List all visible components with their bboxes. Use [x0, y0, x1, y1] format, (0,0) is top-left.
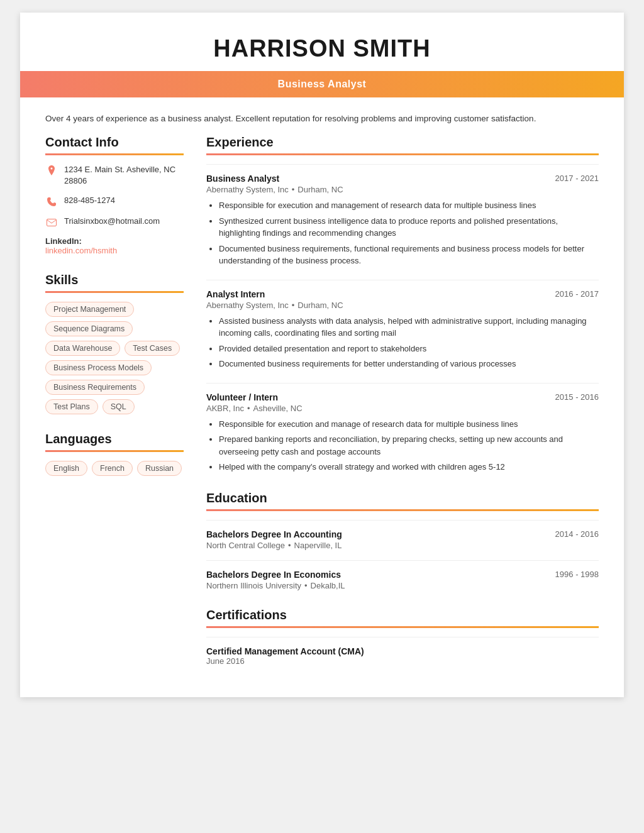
exp-header: Business Analyst 2017 - 2021	[206, 174, 599, 184]
exp-header: Analyst Intern 2016 - 2017	[206, 289, 599, 299]
linkedin-value: linkedin.com/hsmith	[45, 246, 184, 255]
email-icon	[45, 216, 58, 229]
skill-tag: Test Cases	[125, 341, 180, 356]
certifications-section-title: Certifications	[206, 608, 599, 622]
cert-title: Certified Management Account (CMA)	[206, 646, 599, 656]
candidate-name: HARRISON SMITH	[45, 35, 599, 62]
languages-divider	[45, 450, 184, 452]
exp-job-title: Business Analyst	[206, 174, 279, 184]
experience-entry: Business Analyst 2017 - 2021 Abernathy S…	[206, 164, 599, 267]
bullet-item: Helped with the company's overall strate…	[219, 461, 599, 473]
edu-degree: Bachelors Degree In Accounting	[206, 529, 342, 539]
exp-bullets: Responsible for execution and management…	[206, 199, 599, 267]
education-section-title: Education	[206, 491, 599, 505]
location-icon	[45, 165, 58, 177]
education-entry: Bachelors Degree In Economics 1996 - 199…	[206, 560, 599, 590]
experience-section-title: Experience	[206, 135, 599, 150]
contact-linkedin: LinkedIn: linkedin.com/hsmith	[45, 236, 184, 255]
certifications-entries: Certified Management Account (CMA) June …	[206, 637, 599, 666]
exp-company: Abernathy System, Inc•Durham, NC	[206, 301, 599, 310]
contact-email: Trialsinxbox@hotmail.com	[45, 216, 184, 229]
languages-section: Languages EnglishFrenchRussian	[45, 432, 184, 476]
education-entry: Bachelors Degree In Accounting 2014 - 20…	[206, 520, 599, 550]
skill-tag: Test Plans	[45, 399, 98, 414]
edu-entry-divider	[206, 560, 599, 561]
bullet-item: Synthesized current business intelligenc…	[219, 215, 599, 240]
contact-phone: 828-485-1274	[45, 195, 184, 208]
exp-date: 2016 - 2017	[555, 289, 599, 299]
edu-school: North Central College•Naperville, IL	[206, 541, 599, 550]
exp-job-title: Volunteer / Intern	[206, 392, 278, 402]
phone-icon	[45, 196, 58, 208]
contact-section-title: Contact Info	[45, 135, 184, 150]
language-tag: Russian	[137, 461, 182, 476]
skills-section: Skills Project ManagementSequence Diagra…	[45, 273, 184, 414]
contact-section: Contact Info 1234 E. Main St. Asheville,…	[45, 135, 184, 255]
language-tag: French	[92, 461, 133, 476]
skill-tags-container: Project ManagementSequence DiagramsData …	[45, 302, 184, 414]
left-column: Contact Info 1234 E. Main St. Asheville,…	[45, 135, 184, 672]
email-text: Trialsinxbox@hotmail.com	[64, 216, 160, 227]
exp-company: AKBR, Inc•Asheville, NC	[206, 404, 599, 413]
edu-entry-divider	[206, 520, 599, 521]
edu-header: Bachelors Degree In Economics 1996 - 199…	[206, 570, 599, 580]
exp-job-title: Analyst Intern	[206, 289, 265, 299]
languages-section-title: Languages	[45, 432, 184, 446]
skill-tag: Business Requirements	[45, 380, 145, 395]
edu-degree: Bachelors Degree In Economics	[206, 570, 341, 580]
experience-entry: Analyst Intern 2016 - 2017 Abernathy Sys…	[206, 280, 599, 370]
experience-section: Experience Business Analyst 2017 - 2021 …	[206, 135, 599, 473]
exp-entry-divider	[206, 383, 599, 383]
edu-school: Northern Illinois University•Dekalb,IL	[206, 581, 599, 590]
contact-address: 1234 E. Main St. Asheville, NC 28806	[45, 164, 184, 187]
exp-entry-divider	[206, 280, 599, 280]
summary-text: Over 4 years of experience as a business…	[20, 97, 624, 135]
exp-bullets: Assisted business analysts with data ana…	[206, 315, 599, 370]
education-entries: Bachelors Degree In Accounting 2014 - 20…	[206, 520, 599, 590]
exp-company: Abernathy System, Inc•Durham, NC	[206, 185, 599, 194]
exp-entry-divider	[206, 164, 599, 165]
skills-section-title: Skills	[45, 273, 184, 287]
skill-tag: Business Process Models	[45, 360, 152, 375]
skill-tag: SQL	[103, 399, 135, 414]
experience-entry: Volunteer / Intern 2015 - 2016 AKBR, Inc…	[206, 383, 599, 473]
candidate-title: Business Analyst	[278, 79, 367, 89]
bullet-item: Provided detailed presentation and repor…	[219, 343, 599, 355]
experience-entries: Business Analyst 2017 - 2021 Abernathy S…	[206, 164, 599, 473]
title-bar: Business Analyst	[20, 71, 624, 97]
edu-date: 2014 - 2016	[555, 529, 599, 539]
bullet-item: Prepared banking reports and reconciliat…	[219, 433, 599, 458]
linkedin-label: LinkedIn:	[45, 236, 184, 246]
resume-container: HARRISON SMITH Business Analyst Over 4 y…	[20, 13, 624, 697]
skill-tag: Data Warehouse	[45, 341, 120, 356]
bullet-item: Documented business requirements, functi…	[219, 243, 599, 267]
bullet-item: Documented business requirements for bet…	[219, 358, 599, 370]
right-column: Experience Business Analyst 2017 - 2021 …	[206, 135, 599, 672]
bullet-item: Responsible for execution and management…	[219, 199, 599, 212]
svg-rect-0	[47, 219, 57, 226]
certifications-section: Certifications Certified Management Acco…	[206, 608, 599, 666]
edu-header: Bachelors Degree In Accounting 2014 - 20…	[206, 529, 599, 539]
certifications-divider	[206, 626, 599, 628]
experience-divider	[206, 153, 599, 155]
skill-tag: Project Management	[45, 302, 134, 317]
address-text: 1234 E. Main St. Asheville, NC 28806	[64, 164, 184, 187]
contact-divider	[45, 153, 184, 155]
edu-date: 1996 - 1998	[555, 570, 599, 579]
skills-divider	[45, 291, 184, 293]
exp-date: 2015 - 2016	[555, 392, 599, 402]
education-section: Education Bachelors Degree In Accounting…	[206, 491, 599, 590]
cert-date: June 2016	[206, 656, 599, 666]
resume-body: Contact Info 1234 E. Main St. Asheville,…	[20, 135, 624, 672]
cert-entry-divider	[206, 637, 599, 637]
exp-header: Volunteer / Intern 2015 - 2016	[206, 392, 599, 402]
phone-text: 828-485-1274	[64, 195, 115, 206]
skill-tag: Sequence Diagrams	[45, 321, 133, 336]
language-tags-container: EnglishFrenchRussian	[45, 461, 184, 476]
cert-entry: Certified Management Account (CMA) June …	[206, 637, 599, 666]
bullet-item: Responsible for execution and manage of …	[219, 418, 599, 431]
resume-header: HARRISON SMITH	[20, 13, 624, 62]
exp-bullets: Responsible for execution and manage of …	[206, 418, 599, 473]
bullet-item: Assisted business analysts with data ana…	[219, 315, 599, 339]
exp-date: 2017 - 2021	[555, 174, 599, 183]
